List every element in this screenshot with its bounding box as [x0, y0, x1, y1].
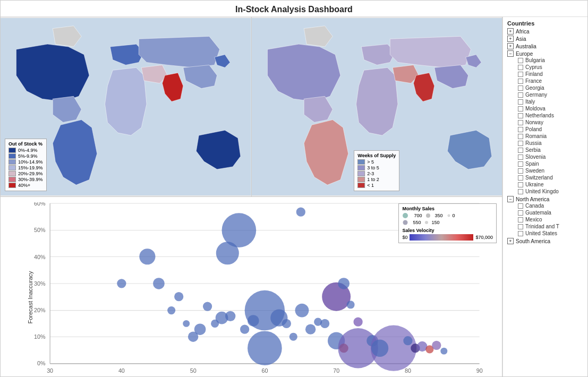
cb-sweden[interactable]	[518, 168, 523, 174]
svg-text:10%: 10%	[34, 333, 46, 340]
swatch-5	[8, 177, 16, 182]
cb-uk[interactable]	[518, 189, 523, 194]
cb-switzerland[interactable]	[518, 175, 523, 181]
svg-point-37	[225, 311, 235, 321]
svg-point-57	[305, 324, 316, 334]
svg-point-34	[203, 302, 212, 311]
expand-australia[interactable]: +	[507, 43, 514, 49]
svg-text:0%: 0%	[37, 360, 46, 366]
cb-netherlands[interactable]	[518, 113, 523, 118]
cb-ukraine[interactable]	[518, 182, 523, 187]
expand-asia[interactable]: +	[507, 36, 514, 42]
item-united-kingdom[interactable]: United Kingdo	[507, 188, 583, 195]
svg-text:40%: 40%	[34, 254, 46, 260]
item-spain[interactable]: Spain	[507, 160, 583, 167]
cb-romania[interactable]	[518, 134, 523, 139]
legend-title: Out of Stock %	[8, 141, 43, 147]
item-netherlands[interactable]: Netherlands	[507, 112, 583, 119]
cb-poland[interactable]	[518, 127, 523, 132]
svg-point-39	[216, 242, 239, 264]
cb-guatemala[interactable]	[518, 210, 523, 216]
group-header-africa[interactable]: + Africa	[507, 28, 583, 35]
item-canada[interactable]: Canada	[507, 202, 583, 209]
svg-text:30%: 30%	[34, 280, 46, 287]
group-africa: + Africa	[507, 28, 583, 35]
item-ukraine[interactable]: Ukraine	[507, 181, 583, 188]
item-moldova[interactable]: Moldova	[507, 105, 583, 112]
cb-russia[interactable]	[518, 141, 523, 146]
item-norway[interactable]: Norway	[507, 119, 583, 126]
map-right: Weeks of Supply > 5 3 to 5 2-3	[252, 17, 502, 196]
expand-africa[interactable]: +	[507, 28, 514, 35]
item-germany[interactable]: Germany	[507, 91, 583, 98]
cb-trinidad[interactable]	[518, 224, 523, 229]
item-italy[interactable]: Italy	[507, 98, 583, 105]
item-finland[interactable]: Finland	[507, 71, 583, 78]
group-header-australia[interactable]: + Australia	[507, 43, 583, 49]
expand-europe[interactable]: −	[507, 50, 514, 57]
group-australia: + Australia	[507, 43, 583, 49]
cb-slovenia[interactable]	[518, 155, 523, 160]
south-america-label: South America	[516, 238, 550, 244]
item-switzerland[interactable]: Switzerland	[507, 174, 583, 181]
svg-point-68	[403, 213, 408, 218]
item-romania[interactable]: Romania	[507, 133, 583, 140]
svg-point-66	[440, 348, 447, 355]
wos-swatch-4	[357, 183, 365, 188]
wos-swatch-1	[357, 165, 365, 170]
swatch-3	[8, 165, 16, 170]
item-cyprus[interactable]: Cyprus	[507, 64, 583, 71]
cb-canada[interactable]	[518, 203, 523, 209]
item-poland[interactable]: Poland	[507, 126, 583, 133]
item-bulgaria[interactable]: Bulgaria	[507, 57, 583, 64]
svg-text:60%: 60%	[34, 202, 46, 207]
item-trinidad[interactable]: Trinidad and T	[507, 223, 583, 230]
svg-point-47	[296, 208, 305, 217]
cb-germany[interactable]	[518, 92, 523, 98]
item-guatemala[interactable]: Guatemala	[507, 209, 583, 216]
item-united-states[interactable]: United States	[507, 230, 583, 237]
item-georgia[interactable]: Georgia	[507, 84, 583, 91]
cb-georgia[interactable]	[518, 85, 523, 91]
cb-norway[interactable]	[518, 120, 523, 125]
ms-550: 550	[402, 219, 421, 226]
svg-point-59	[320, 319, 329, 328]
ms-0: 0	[446, 212, 455, 219]
item-sweden[interactable]: Sweden	[507, 167, 583, 174]
cb-finland[interactable]	[518, 72, 523, 77]
page-title: In-Stock Analysis Dashboard	[1, 1, 587, 17]
cb-moldova[interactable]	[518, 106, 523, 112]
cb-spain[interactable]	[518, 161, 523, 167]
group-header-asia[interactable]: + Asia	[507, 36, 583, 42]
expand-south-america[interactable]: +	[507, 238, 514, 244]
cb-serbia[interactable]	[518, 148, 523, 153]
cb-bulgaria[interactable]	[518, 58, 523, 63]
legend-item-2: 10%-14.9%	[8, 159, 43, 165]
svg-text:40: 40	[118, 367, 125, 374]
cb-cyprus[interactable]	[518, 65, 523, 70]
cb-italy[interactable]	[518, 99, 523, 105]
svg-point-65	[432, 341, 441, 350]
item-serbia[interactable]: Serbia	[507, 147, 583, 153]
group-header-north-america[interactable]: − North America	[507, 196, 583, 202]
scatter-legend: Monthly Sales 700 350 0	[398, 203, 497, 243]
monthly-sales-items: 700 350 0	[402, 212, 493, 219]
item-mexico[interactable]: Mexico	[507, 216, 583, 223]
cb-us[interactable]	[518, 231, 523, 236]
cb-mexico[interactable]	[518, 217, 523, 222]
item-france[interactable]: France	[507, 78, 583, 84]
velocity-gradient	[410, 234, 473, 241]
item-slovenia[interactable]: Slovenia	[507, 153, 583, 160]
cb-france[interactable]	[518, 79, 523, 84]
right-sidebar: Countries + Africa + Asia + Australi	[502, 17, 587, 376]
group-header-south-america[interactable]: + South America	[507, 238, 583, 244]
item-russia[interactable]: Russia	[507, 140, 583, 147]
velocity-title: Sales Velocity	[402, 228, 493, 233]
ms-row2: 550 150	[402, 219, 493, 226]
expand-north-america[interactable]: −	[507, 196, 514, 202]
svg-point-50	[347, 301, 355, 309]
group-north-america: − North America Canada Guatemala Mexico …	[507, 196, 583, 237]
swatch-2	[8, 159, 16, 165]
group-south-america: + South America	[507, 238, 583, 244]
group-header-europe[interactable]: − Europe	[507, 50, 583, 57]
